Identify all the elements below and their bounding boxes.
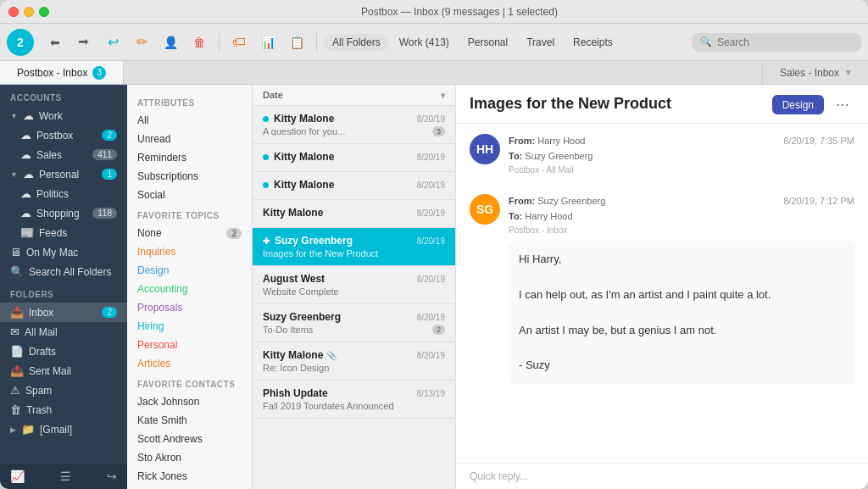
chevron-down-icon: ▾ (846, 67, 851, 78)
filter-inquiries[interactable]: Inquiries (127, 242, 252, 261)
message-row[interactable]: Kitty Malone 8/20/19 (253, 172, 455, 200)
reply-button[interactable]: ↩ (100, 30, 125, 55)
filter-proposals[interactable]: Proposals (127, 298, 252, 317)
tab-inbox[interactable]: Postbox - Inbox 3 (0, 61, 124, 84)
sidebar-item-label: Trash (26, 404, 117, 416)
filter-contact-3[interactable]: Scott Andrews (127, 430, 252, 448)
filter-hiring[interactable]: Hiring (127, 317, 252, 336)
filter-none[interactable]: None 2 (127, 224, 252, 242)
sidebar-item-gmail[interactable]: ▶ 📁 [Gmail] (0, 420, 127, 439)
sidebar-item-drafts[interactable]: 📄 Drafts (0, 342, 127, 361)
message-row-selected[interactable]: ✚ Suzy Greenberg 8/20/19 Images for the … (253, 228, 455, 266)
minimize-button[interactable] (24, 7, 34, 17)
avatar: SG (470, 194, 500, 225)
quick-reply[interactable]: Quick reply... (456, 463, 868, 489)
contacts-button[interactable]: 👤 (158, 30, 183, 55)
search-icon: 🔍 (700, 36, 712, 47)
account-badge[interactable]: 2 (7, 29, 34, 56)
email-subject: Images for the New Product (470, 95, 671, 113)
message-row[interactable]: Kitty Malone 8/20/19 (253, 200, 455, 228)
folder-work[interactable]: Work (413) (391, 34, 458, 51)
archive-button[interactable]: 📋 (284, 30, 309, 55)
filter-all[interactable]: All (127, 111, 252, 130)
sidebar-item-allmail[interactable]: ✉ All Mail (0, 322, 127, 342)
email-messages: HH From: Harry Hood To: Suzy Greenberg P… (456, 124, 868, 463)
message-row[interactable]: Phish Update 8/13/19 Fall 2019 Tourdates… (253, 381, 455, 419)
sidebar-item-politics[interactable]: ☁ Politics (0, 184, 127, 203)
activity-icon[interactable]: 📈 (10, 470, 25, 483)
sidebar-item-search-all[interactable]: 🔍 Search All Folders (0, 262, 127, 281)
tag-button[interactable]: 🏷 (226, 30, 252, 55)
sidebar-item-label: Postbox (36, 130, 97, 142)
contacts-header: Favorite Contacts (127, 373, 252, 392)
window-title: Postbox — Inbox (9 messages | 1 selected… (59, 6, 860, 18)
sidebar-item-sales[interactable]: ☁ Sales 411 (0, 145, 127, 164)
close-button[interactable] (8, 7, 19, 17)
search-input[interactable] (717, 36, 844, 48)
sidebar-item-trash[interactable]: 🗑 Trash (0, 400, 127, 420)
expand-icon: ▼ (10, 170, 18, 179)
filter-contact-2[interactable]: Kate Smith (127, 411, 252, 430)
sales-icon: ☁ (20, 148, 31, 161)
sidebar-item-onmymac[interactable]: 🖥 On My Mac (0, 242, 127, 262)
more-options-button[interactable]: ⋯ (831, 95, 854, 114)
inbox-badge: 2 (102, 307, 117, 318)
filter-social[interactable]: Social (127, 186, 252, 204)
message-row[interactable]: Kitty Malone 8/20/19 (253, 144, 455, 172)
delete-button[interactable]: 🗑 (186, 30, 212, 55)
folder-all[interactable]: All Folders (324, 34, 389, 51)
unread-dot (263, 182, 269, 188)
tab-sales-label: Sales - Inbox (780, 67, 839, 79)
message-row[interactable]: August West 8/20/19 Website Complete (253, 266, 455, 304)
message-row[interactable]: Kitty Malone 8/20/19 A question for you.… (253, 106, 455, 144)
sidebar-item-sentmail[interactable]: 📤 Sent Mail (0, 361, 127, 381)
search-bar[interactable]: 🔍 (692, 33, 861, 52)
shopping-icon: ☁ (20, 207, 31, 219)
folder-receipts[interactable]: Receipts (565, 34, 621, 51)
sort-label: Date (263, 90, 283, 100)
design-button[interactable]: Design (772, 95, 824, 114)
filter-contact-1[interactable]: Jack Johnson (127, 392, 252, 411)
sidebar-item-postbox[interactable]: ☁ Postbox 2 (0, 125, 127, 145)
message-row[interactable]: Kitty Malone 📎 8/20/19 Re: Icon Design (253, 342, 455, 381)
sidebar-item-inbox[interactable]: 📥 Inbox 2 (0, 303, 127, 322)
filter-personal-tag[interactable]: Personal (127, 336, 252, 354)
activity-button[interactable]: 📊 (255, 30, 281, 55)
message-row[interactable]: Suzy Greenberg 8/20/19 To-Do Items 2 (253, 304, 455, 342)
filter-reminders[interactable]: Reminders (127, 148, 252, 167)
tab-sales[interactable]: Sales - Inbox ▾ (762, 61, 868, 84)
search-all-icon: 🔍 (10, 265, 24, 278)
compose-button[interactable]: ✏ (129, 30, 154, 55)
sidebar-item-label: Spam (25, 385, 117, 397)
filter-contact-5[interactable]: Rick Jones (127, 467, 252, 486)
sidebar-item-work[interactable]: ▼ ☁ Work (0, 106, 127, 125)
filter-design[interactable]: Design (127, 261, 252, 280)
sidebar-item-shopping[interactable]: ☁ Shopping 118 (0, 203, 127, 223)
add-icon: ✚ (263, 236, 270, 246)
message-list: Date ▾ Kitty Malone 8/20/19 A question f… (253, 85, 456, 489)
sidebar-item-label: Shopping (36, 208, 87, 219)
trash-icon: 🗑 (10, 403, 21, 416)
sidebar-item-label: On My Mac (26, 247, 117, 258)
sidebar-item-feeds[interactable]: 📰 Feeds (0, 223, 127, 242)
hamburger-icon[interactable]: ☰ (60, 470, 71, 483)
sort-chevron[interactable]: ▾ (441, 91, 445, 100)
maximize-button[interactable] (39, 7, 49, 17)
sidebar-item-spam[interactable]: ⚠ Spam (0, 381, 127, 400)
filter-unread[interactable]: Unread (127, 130, 252, 148)
separator (219, 32, 220, 53)
back-button[interactable]: ⬅ (42, 30, 68, 55)
email-message-meta: From: Harry Hood To: Suzy Greenberg Post… (509, 134, 854, 177)
email-detail-header: Images for the New Product Design ⋯ (456, 85, 868, 124)
folder-travel[interactable]: Travel (518, 34, 563, 51)
filter-contact-4[interactable]: Sto Akron (127, 448, 252, 467)
filter-articles[interactable]: Articles (127, 354, 252, 373)
forward-button[interactable]: ⮕ (71, 30, 97, 55)
attributes-header: Attributes (127, 92, 252, 111)
sidebar-item-personal[interactable]: ▼ ☁ Personal 1 (0, 164, 127, 184)
folder-personal[interactable]: Personal (459, 34, 516, 51)
filter-subscriptions[interactable]: Subscriptions (127, 167, 252, 186)
sidebar-item-label: Work (39, 110, 117, 122)
filter-accounting[interactable]: Accounting (127, 280, 252, 298)
add-account-icon[interactable]: ↪ (107, 470, 117, 483)
